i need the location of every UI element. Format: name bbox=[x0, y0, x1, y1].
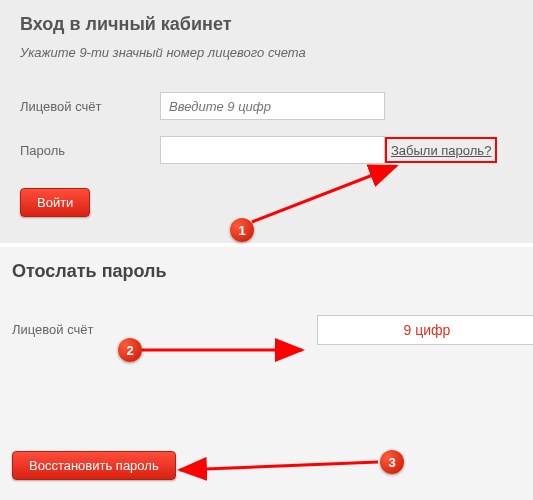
recover-button[interactable]: Восстановить пароль bbox=[12, 451, 176, 480]
annotation-badge-1: 1 bbox=[230, 218, 254, 242]
forgot-password-link[interactable]: Забыли пароль? bbox=[391, 143, 491, 158]
password-label: Пароль bbox=[20, 143, 160, 158]
login-subtitle: Укажите 9-ти значный номер лицевого счет… bbox=[20, 45, 513, 60]
recover-account-row: Лицевой счёт bbox=[12, 322, 515, 337]
annotation-badge-2: 2 bbox=[118, 338, 142, 362]
recover-account-label: Лицевой счёт bbox=[12, 322, 112, 337]
login-panel: Вход в личный кабинет Укажите 9-ти значн… bbox=[0, 0, 533, 243]
recover-panel: Отослать пароль Лицевой счёт Восстановит… bbox=[0, 243, 533, 500]
recover-title: Отослать пароль bbox=[12, 261, 515, 282]
login-button[interactable]: Войти bbox=[20, 188, 90, 217]
recover-account-input[interactable] bbox=[317, 315, 533, 345]
account-input[interactable] bbox=[160, 92, 385, 120]
account-row: Лицевой счёт bbox=[20, 92, 513, 120]
password-input[interactable] bbox=[160, 136, 385, 164]
password-row: Пароль Забыли пароль? bbox=[20, 136, 513, 164]
annotation-badge-3: 3 bbox=[380, 450, 404, 474]
login-submit-wrap: Войти bbox=[20, 188, 513, 217]
login-title: Вход в личный кабинет bbox=[20, 14, 513, 35]
recover-submit-wrap: Восстановить пароль bbox=[12, 451, 176, 480]
forgot-password-highlight: Забыли пароль? bbox=[385, 137, 497, 163]
account-label: Лицевой счёт bbox=[20, 99, 160, 114]
